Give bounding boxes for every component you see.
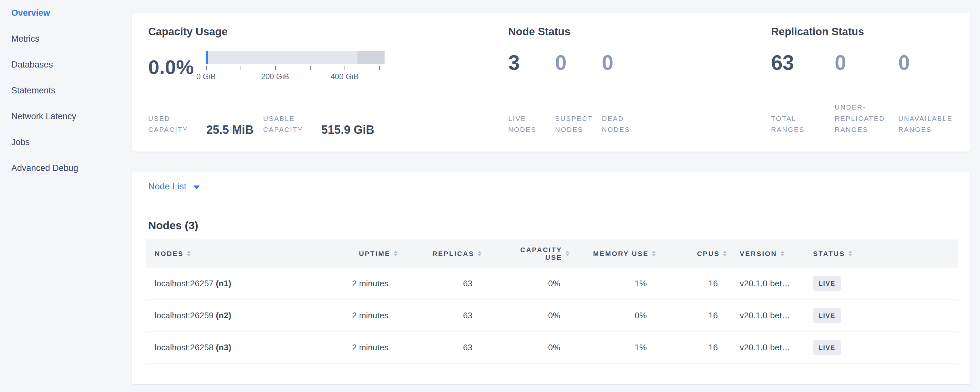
caret-down-icon[interactable] — [193, 185, 200, 190]
node-list-card: Node List Nodes (3) NODES UPTIME REPLICA… — [132, 172, 970, 384]
sidebar-item-statements[interactable]: Statements — [0, 78, 132, 104]
node-status-section: Node Status 3 LIVE NODES 0 SUSPECT NODES… — [508, 25, 754, 135]
node-list-dropdown[interactable]: Node List — [132, 172, 970, 201]
capacity-used-segment — [206, 51, 208, 64]
version-cell: v20.1.0-bet… — [727, 268, 804, 300]
replicas-cell: 63 — [398, 331, 482, 363]
sort-icon[interactable] — [723, 251, 727, 256]
sort-icon[interactable] — [187, 251, 191, 256]
capacity-usage-section: Capacity Usage 0.0% — [148, 25, 490, 135]
column-header-nodes[interactable]: NODES — [146, 239, 319, 268]
nodes-table-heading: Nodes (3) — [148, 219, 970, 232]
sidebar-item-jobs[interactable]: Jobs — [0, 129, 132, 155]
dead-nodes-value: 0 — [602, 53, 649, 73]
nodes-table: NODES UPTIME REPLICAS CAPACITY USE MEMOR… — [146, 239, 958, 364]
total-ranges-value: 63 — [771, 53, 835, 73]
memory-use-cell: 0% — [569, 300, 656, 331]
suspect-nodes-label: SUSPECT NODES — [555, 113, 602, 135]
used-capacity-stat: USED CAPACITY 25.5 MiB — [148, 113, 253, 135]
node-list-dropdown-label[interactable]: Node List — [148, 181, 186, 192]
status-badge: LIVE — [813, 308, 841, 323]
axis-label-0: 0 GiB — [196, 72, 216, 81]
capacity-use-cell: 0% — [482, 331, 569, 363]
total-ranges-label: TOTAL RANGES — [771, 113, 835, 135]
total-ranges-stat: 63 TOTAL RANGES — [771, 53, 835, 135]
unavailable-ranges-label: UNAVAILABLE RANGES — [898, 113, 962, 135]
sidebar-item-advanced-debug[interactable]: Advanced Debug — [0, 155, 132, 181]
status-cell: LIVE — [804, 331, 958, 363]
column-header-replicas[interactable]: REPLICAS — [398, 239, 482, 268]
uptime-cell: 2 minutes — [319, 268, 398, 300]
table-row[interactable]: localhost:26258 (n3) 2 minutes 63 0% 1% … — [146, 331, 958, 363]
dead-nodes-label: DEAD NODES — [602, 113, 649, 135]
uptime-cell: 2 minutes — [319, 300, 398, 331]
column-header-cpus[interactable]: CPUS — [656, 239, 727, 268]
cpus-cell: 16 — [656, 331, 727, 363]
sidebar-item-overview[interactable]: Overview — [0, 0, 132, 26]
status-badge: LIVE — [813, 340, 841, 355]
version-cell: v20.1.0-bet… — [727, 331, 804, 363]
capacity-usable-segment — [206, 51, 358, 64]
memory-use-cell: 1% — [569, 268, 656, 300]
uptime-cell: 2 minutes — [319, 331, 398, 363]
column-header-uptime[interactable]: UPTIME — [319, 239, 398, 268]
sidebar-item-network-latency[interactable]: Network Latency — [0, 104, 132, 129]
under-replicated-ranges-label: UNDER- REPLICATED RANGES — [835, 102, 898, 135]
sort-icon[interactable] — [780, 251, 784, 256]
capacity-used-percent: 0.0% — [148, 56, 197, 78]
node-status-title: Node Status — [508, 25, 754, 38]
replication-status-section: Replication Status 63 TOTAL RANGES 0 UND… — [771, 25, 965, 135]
replicas-cell: 63 — [398, 268, 482, 300]
sidebar: Overview Metrics Databases Statements Ne… — [0, 0, 132, 392]
node-address-cell[interactable]: localhost:26258 (n3) — [146, 331, 319, 363]
axis-label-400: 400 GiB — [331, 72, 359, 81]
sort-icon[interactable] — [477, 251, 482, 256]
capacity-axis: 0 GiB 200 GiB 400 GiB — [206, 64, 385, 83]
column-header-memory-use[interactable]: MEMORY USE — [569, 239, 656, 268]
used-capacity-value: 25.5 MiB — [206, 123, 253, 137]
table-row[interactable]: localhost:26259 (n2) 2 minutes 63 0% 0% … — [146, 300, 958, 331]
cpus-cell: 16 — [656, 300, 727, 331]
suspect-nodes-stat: 0 SUSPECT NODES — [555, 53, 602, 135]
main-content: Capacity Usage 0.0% — [132, 0, 980, 392]
usable-capacity-value: 515.9 GiB — [321, 123, 374, 137]
replication-status-title: Replication Status — [771, 25, 965, 38]
unavailable-ranges-value: 0 — [898, 53, 962, 73]
cpus-cell: 16 — [656, 268, 727, 300]
column-header-version[interactable]: VERSION — [727, 239, 804, 268]
status-cell: LIVE — [804, 268, 958, 300]
suspect-nodes-value: 0 — [555, 53, 602, 73]
memory-use-cell: 1% — [569, 331, 656, 363]
column-header-capacity-use[interactable]: CAPACITY USE — [482, 239, 569, 268]
dead-nodes-stat: 0 DEAD NODES — [602, 53, 649, 135]
sidebar-item-databases[interactable]: Databases — [0, 52, 132, 78]
under-replicated-ranges-stat: 0 UNDER- REPLICATED RANGES — [835, 53, 898, 135]
sort-icon[interactable] — [565, 251, 569, 256]
used-capacity-label: USED CAPACITY — [148, 113, 189, 135]
under-replicated-ranges-value: 0 — [835, 53, 898, 73]
cluster-summary-card: Capacity Usage 0.0% — [132, 13, 970, 152]
table-row[interactable]: localhost:26257 (n1) 2 minutes 63 0% 1% … — [146, 268, 958, 300]
node-address-cell[interactable]: localhost:26257 (n1) — [146, 268, 319, 300]
replicas-cell: 63 — [398, 300, 482, 331]
sort-icon[interactable] — [848, 251, 852, 256]
capacity-usage-title: Capacity Usage — [148, 25, 490, 38]
unavailable-ranges-stat: 0 UNAVAILABLE RANGES — [898, 53, 962, 135]
column-header-status[interactable]: STATUS — [804, 239, 958, 268]
usable-capacity-stat: USABLE CAPACITY 515.9 GiB — [263, 113, 374, 135]
live-nodes-stat: 3 LIVE NODES — [508, 53, 555, 135]
capacity-bar-chart: 0 GiB 200 GiB 400 GiB — [206, 51, 385, 83]
capacity-use-cell: 0% — [482, 268, 569, 300]
live-nodes-value: 3 — [508, 53, 555, 73]
sort-icon[interactable] — [394, 251, 398, 256]
table-header-row: NODES UPTIME REPLICAS CAPACITY USE MEMOR… — [146, 239, 958, 268]
live-nodes-label: LIVE NODES — [508, 113, 555, 135]
usable-capacity-label: USABLE CAPACITY — [263, 113, 304, 135]
status-badge: LIVE — [813, 276, 841, 291]
node-address-cell[interactable]: localhost:26259 (n2) — [146, 300, 319, 331]
capacity-use-cell: 0% — [482, 300, 569, 331]
sidebar-item-metrics[interactable]: Metrics — [0, 26, 132, 52]
capacity-other-segment — [358, 51, 385, 64]
sort-icon[interactable] — [652, 251, 656, 256]
status-cell: LIVE — [804, 300, 958, 331]
